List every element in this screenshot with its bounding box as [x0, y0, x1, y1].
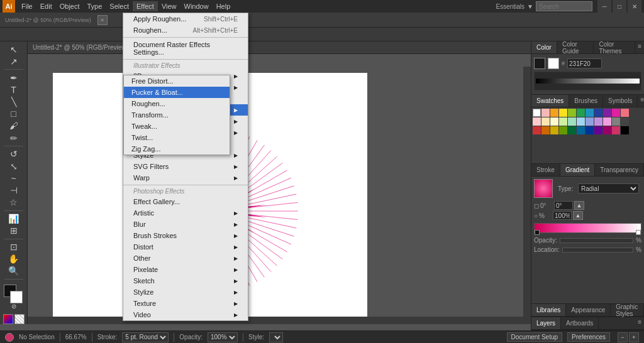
swatch-24[interactable]	[550, 126, 558, 134]
gradient-stop-left[interactable]	[535, 230, 540, 235]
tab-symbols[interactable]: Symbols	[603, 95, 638, 107]
swatch-30[interactable]	[603, 126, 611, 134]
close-button[interactable]: ✕	[628, 0, 641, 13]
pen-tool[interactable]: ✒	[5, 72, 23, 83]
minimize-button[interactable]: ─	[597, 0, 611, 13]
swatch-25[interactable]	[559, 126, 567, 134]
menu-type[interactable]: Type	[84, 1, 106, 11]
zoom-in-button[interactable]: +	[629, 332, 639, 342]
swatch-2[interactable]	[550, 109, 558, 117]
swatch-22[interactable]	[533, 126, 541, 134]
effect-gallery[interactable]: Effect Gallery...	[123, 196, 248, 207]
stroke-angle-input[interactable]	[554, 201, 573, 210]
type-tool[interactable]: T	[5, 84, 23, 95]
swatch-14[interactable]	[559, 117, 567, 126]
distort-transform[interactable]: Transform...	[124, 109, 230, 121]
swatch-9[interactable]	[612, 109, 620, 117]
document-setup-button[interactable]: Document Setup	[507, 332, 563, 342]
effect-blur[interactable]: Blur ▶	[123, 219, 248, 230]
color-bg-swatch[interactable]	[548, 58, 559, 69]
effect-brush-strokes[interactable]: Brush Strokes ▶	[123, 230, 248, 241]
tab-transparency[interactable]: Transparency	[595, 164, 644, 176]
stroke-angle-up[interactable]: ▲	[574, 201, 584, 210]
tab-brushes[interactable]: Brushes	[569, 95, 603, 107]
effect-roughen[interactable]: Roughen... Alt+Shift+Ctrl+E	[123, 24, 248, 36]
swatch-8[interactable]	[603, 109, 611, 117]
swatch-27[interactable]	[577, 126, 585, 134]
swatch-19[interactable]	[603, 117, 611, 126]
tab-artboards[interactable]: Artboards	[561, 317, 599, 329]
swatch-12[interactable]	[541, 117, 550, 126]
color-slider-bar[interactable]	[536, 79, 640, 84]
restore-button[interactable]: □	[613, 0, 626, 13]
tab-stroke[interactable]: Stroke	[531, 164, 560, 176]
canvas-scrollbar-v[interactable]	[523, 67, 531, 324]
selection-tool[interactable]: ↖	[5, 44, 23, 55]
effect-svg-filters[interactable]: SVG Filters ▶	[123, 161, 248, 172]
preferences-button[interactable]: Preferences	[567, 332, 610, 342]
swatch-17[interactable]	[586, 117, 594, 126]
swatch-4[interactable]	[568, 109, 576, 117]
swatch-21[interactable]	[621, 117, 629, 126]
opacity-slider[interactable]	[560, 238, 633, 243]
pencil-tool[interactable]: ✏	[5, 133, 23, 143]
swatch-10[interactable]	[621, 109, 629, 117]
swatches-panel-menu[interactable]: ≡	[638, 95, 644, 107]
tab-swatches[interactable]: Swatches	[531, 95, 569, 107]
gradient-preview-swatch[interactable]	[534, 179, 553, 198]
symbol-tool[interactable]: ☆	[5, 197, 23, 208]
search-input[interactable]	[536, 1, 592, 11]
location-slider[interactable]	[562, 248, 634, 253]
effect-video[interactable]: Video ▶	[123, 309, 248, 320]
width-tool[interactable]: ⊣	[5, 185, 23, 195]
color-fg-swatch[interactable]	[534, 58, 545, 69]
menu-window[interactable]: Window	[180, 1, 213, 11]
swatch-11[interactable]	[533, 117, 541, 126]
distort-zig-zag[interactable]: Zig Zag...	[124, 143, 230, 155]
canvas-scrollbar-h[interactable]	[28, 317, 523, 324]
swatch-23[interactable]	[541, 126, 550, 134]
swatch-6[interactable]	[586, 109, 594, 117]
distort-pucker-bloat[interactable]: Pucker & Bloat...	[124, 87, 230, 98]
gradient-bar[interactable]	[534, 223, 641, 233]
effect-texture[interactable]: Texture ▶	[123, 298, 248, 309]
style-selector[interactable]	[269, 332, 283, 342]
opacity-selector[interactable]: 100%	[208, 332, 238, 342]
swatch-16[interactable]	[577, 117, 585, 126]
gradient-fill[interactable]	[3, 314, 13, 324]
effect-stylize-ps[interactable]: Stylize ▶	[123, 286, 248, 298]
color-panel-menu[interactable]: ≡	[635, 41, 644, 53]
hand-tool[interactable]: ✋	[5, 254, 23, 264]
swatch-20[interactable]	[612, 117, 620, 126]
tab-layers[interactable]: Layers	[531, 317, 561, 329]
shape-tool[interactable]: □	[5, 109, 23, 119]
status-fill-indicator[interactable]	[5, 333, 14, 342]
opacity-up[interactable]: ▲	[573, 211, 583, 220]
gradient-type-select[interactable]: Radial	[578, 183, 639, 193]
slice-tool[interactable]: ⊡	[5, 241, 23, 252]
tab-appearance[interactable]: Appearance	[566, 304, 611, 316]
opacity-input[interactable]	[553, 211, 572, 220]
swatch-3[interactable]	[559, 109, 567, 117]
swatch-29[interactable]	[594, 126, 602, 134]
menu-effect[interactable]: Effect	[133, 1, 158, 11]
menu-file[interactable]: File	[18, 1, 36, 11]
swatch-26[interactable]	[568, 126, 576, 134]
menu-select[interactable]: Select	[106, 1, 133, 11]
swatch-28[interactable]	[586, 126, 594, 134]
zoom-tool[interactable]: 🔍	[5, 266, 23, 276]
effect-apply-roughen[interactable]: Apply Roughen... Shift+Ctrl+E	[123, 13, 248, 24]
effect-pixelate[interactable]: Pixelate ▶	[123, 264, 248, 275]
distort-free-distort[interactable]: Free Distort...	[124, 75, 230, 87]
column-graph-tool[interactable]: 📊	[5, 213, 23, 224]
tab-graphic-styles[interactable]: Graphic Styles	[611, 304, 644, 316]
swatch-15[interactable]	[568, 117, 576, 126]
tab-gradient[interactable]: Gradient	[560, 164, 595, 176]
effect-warp[interactable]: Warp ▶	[123, 172, 248, 183]
tab-color[interactable]: Color	[531, 41, 557, 53]
distort-twist[interactable]: Twist...	[124, 132, 230, 143]
direct-selection-tool[interactable]: ↗	[5, 56, 23, 67]
effect-artistic[interactable]: Artistic ▶	[123, 207, 248, 219]
zoom-out-button[interactable]: −	[618, 332, 628, 342]
effect-distort[interactable]: Distort ▶	[123, 241, 248, 253]
